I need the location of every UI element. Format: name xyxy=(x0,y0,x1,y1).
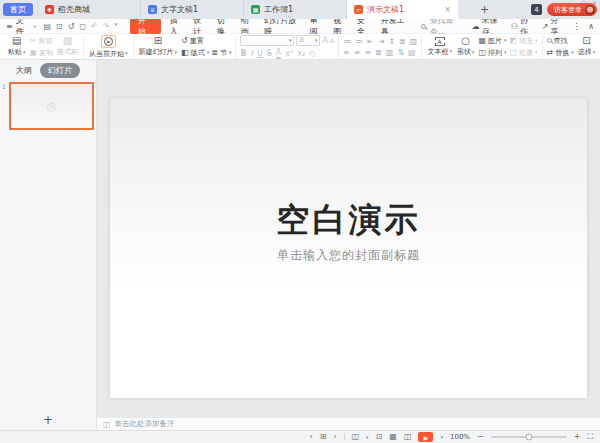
tab-writer-document[interactable]: ≡ 文字文稿1 xyxy=(140,0,243,19)
notes-view-icon[interactable]: ◫ xyxy=(352,433,360,441)
dropdown-caret-icon: ▾ xyxy=(315,38,318,43)
zoom-slider[interactable] xyxy=(491,436,567,438)
align-center-icon[interactable]: ≡ xyxy=(354,48,361,57)
font-color-button[interactable]: A xyxy=(276,48,281,59)
cut-button[interactable]: ✂ 剪切 xyxy=(30,36,54,46)
paste-label: 粘贴 xyxy=(8,47,22,57)
save-icon[interactable]: ▤ xyxy=(44,22,52,31)
prev-slide-icon[interactable]: ‹ xyxy=(309,433,312,441)
outline-button[interactable]: 轮廓 xyxy=(519,48,533,58)
tab-outline[interactable]: 大纲 xyxy=(16,65,32,76)
tab-docer-mall[interactable]: ❖ 稻壳商城 xyxy=(37,0,140,19)
tab-presentation-active[interactable]: ▱ 演示文稿1 × xyxy=(346,0,458,19)
tab-spreadsheet[interactable]: ▦ 工作簿1 xyxy=(243,0,346,19)
new-doc-icon[interactable]: ◻ xyxy=(79,22,86,31)
char-shading-button[interactable]: ◇ xyxy=(309,49,315,58)
arrange-button[interactable]: 排列 xyxy=(488,48,502,58)
decrease-indent-icon[interactable]: ⇤ xyxy=(367,37,374,46)
notes-bar[interactable]: ◫ 单击此处添加备注 xyxy=(97,417,600,430)
tabbar-right-group: 4 访客登录 ☻ xyxy=(531,3,597,16)
strikethrough-button[interactable]: S xyxy=(267,49,272,58)
tab-slides[interactable]: 幻灯片 xyxy=(40,63,80,78)
zoom-level[interactable]: 100% xyxy=(450,433,470,441)
vertical-align-icon[interactable]: ⇅ xyxy=(397,48,404,57)
slide-grid-icon[interactable]: ⊞ xyxy=(320,433,327,441)
preview-icon[interactable]: ↺ xyxy=(68,22,75,31)
format-painter-button[interactable]: ▨ 格式刷 xyxy=(56,36,79,57)
add-slide-button[interactable]: + xyxy=(0,410,96,430)
slide-thumbnail-selected[interactable]: ◎ xyxy=(9,82,94,130)
select-icon: ⊡ xyxy=(582,36,590,46)
new-slide-button[interactable]: ⊞ 新建幻灯片▾ xyxy=(138,36,179,57)
fill-button[interactable]: 填充 xyxy=(519,36,533,46)
dropdown-caret-icon[interactable]: ▾ xyxy=(115,22,118,31)
layout-button[interactable]: 版式 xyxy=(191,48,205,58)
subscript-button[interactable]: x₂ xyxy=(297,49,305,58)
text-direction-icon[interactable]: ▥ xyxy=(410,37,418,46)
slide[interactable]: 空白演示 单击输入您的封面副标题 xyxy=(110,98,587,398)
align-left-icon[interactable]: ≡ xyxy=(343,48,350,57)
new-tab-button[interactable]: + xyxy=(474,4,495,15)
italic-button[interactable]: I xyxy=(251,49,253,58)
dropdown-caret-icon: ▾ xyxy=(472,50,475,55)
paragraph-settings-icon[interactable]: ≣ xyxy=(399,37,406,46)
guest-login-button[interactable]: 访客登录 ☻ xyxy=(547,3,597,16)
slide-subtitle[interactable]: 单击输入您的封面副标题 xyxy=(110,247,587,264)
normal-view-icon[interactable]: ⊡ xyxy=(376,433,383,441)
reset-button[interactable]: ↺ 重置 xyxy=(181,36,231,46)
redo-icon[interactable]: ↷ xyxy=(103,22,110,31)
grow-font-button[interactable]: A xyxy=(322,36,327,45)
undo-icon[interactable]: ↶ xyxy=(91,22,98,31)
zoom-out-icon[interactable]: − xyxy=(477,433,484,441)
select-button[interactable]: ⊡ 选择▾ xyxy=(577,36,597,57)
justify-icon[interactable]: ≣ xyxy=(375,48,382,57)
underline-button[interactable]: U xyxy=(257,49,263,58)
shapes-button[interactable]: ○ 形状▾ xyxy=(456,36,476,57)
increase-indent-icon[interactable]: ⇥ xyxy=(378,37,385,46)
text-tools-icon[interactable]: ▤ xyxy=(408,48,416,57)
paste-button[interactable]: ▤ 粘贴▾ xyxy=(7,36,27,57)
play-circle-icon: ▶ xyxy=(104,37,113,46)
zoom-slider-knob[interactable] xyxy=(525,434,532,441)
slide-sorter-icon[interactable]: ▦ xyxy=(389,433,397,441)
fit-slide-icon[interactable]: ⛶ xyxy=(587,433,593,441)
play-from-current-button[interactable]: ▶ 从当前开始▾ xyxy=(88,35,129,59)
share-icon: ↗ xyxy=(542,22,549,31)
picture-button[interactable]: 图片 xyxy=(488,36,502,46)
bullets-icon[interactable]: ≔ xyxy=(343,37,351,46)
notification-badge[interactable]: 4 xyxy=(531,4,542,15)
collapse-ribbon-icon[interactable]: ∧ xyxy=(588,22,594,31)
more-icon[interactable]: ⋮ xyxy=(572,22,580,31)
paragraph-group: ≔ ≕ ⇤ ⇥ ↕ ≣ ▥ ≡ ≡ ≡ ≣ ▥ ⇅ ▤ xyxy=(339,35,422,58)
play-from-current-label: 从当前开始 xyxy=(89,49,124,59)
font-family-select[interactable]: ▾ xyxy=(240,35,294,46)
textbox-button[interactable]: A 文本框▾ xyxy=(426,37,453,57)
slide-title[interactable]: 空白演示 xyxy=(110,198,587,243)
print-icon[interactable]: ⊡ xyxy=(56,22,63,31)
slide-panel: 大纲 幻灯片 1 ◎ + xyxy=(0,60,97,430)
superscript-button[interactable]: x² xyxy=(285,49,293,58)
docer-icon: ❖ xyxy=(45,5,54,14)
dropdown-caret-icon[interactable]: ▾ xyxy=(366,435,369,440)
find-button[interactable]: 查找 xyxy=(547,36,574,46)
align-right-icon[interactable]: ≡ xyxy=(364,48,371,57)
replace-button[interactable]: ⇄ 替换 ▾ xyxy=(547,48,574,58)
bold-button[interactable]: B xyxy=(240,49,246,58)
line-spacing-icon[interactable]: ↕ xyxy=(388,37,395,46)
dropdown-caret-icon[interactable]: ▾ xyxy=(440,435,443,440)
slideshow-play-button[interactable]: ▶ xyxy=(418,432,433,442)
shrink-font-button[interactable]: A xyxy=(330,37,334,44)
hamburger-icon: ≡ xyxy=(6,22,13,31)
close-tab-icon[interactable]: × xyxy=(444,5,451,14)
font-size-select[interactable]: 8▾ xyxy=(296,35,320,46)
reading-view-icon[interactable]: ◫ xyxy=(404,433,412,441)
next-slide-icon[interactable]: › xyxy=(333,433,336,441)
section-button[interactable]: 节 xyxy=(220,48,227,58)
columns-icon[interactable]: ▥ xyxy=(386,48,394,57)
home-button[interactable]: 首页 xyxy=(3,3,33,16)
numbering-icon[interactable]: ≕ xyxy=(355,37,363,46)
zoom-in-icon[interactable]: + xyxy=(574,433,581,441)
copy-button[interactable]: ▣ 复制 xyxy=(30,48,54,58)
cloud-icon: ☁ xyxy=(472,22,480,31)
slide-canvas: 空白演示 单击输入您的封面副标题 xyxy=(97,60,600,417)
